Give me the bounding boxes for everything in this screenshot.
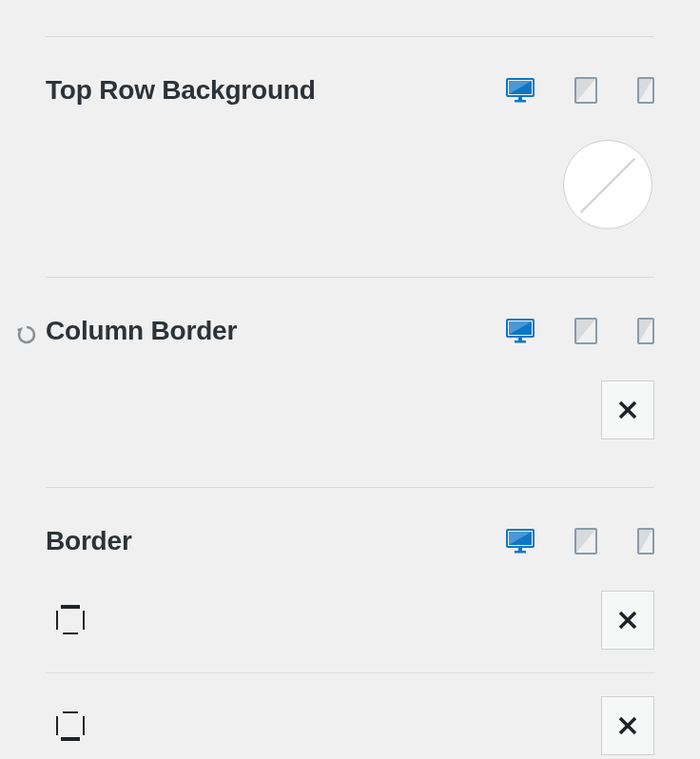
settings-panel: Top Row Background: [0, 36, 700, 759]
section-border: Border: [46, 487, 654, 759]
desktop-icon: [506, 78, 535, 103]
desktop-icon: [506, 319, 535, 343]
desktop-icon: [506, 529, 535, 554]
color-swatch-none[interactable]: [563, 140, 652, 229]
svg-marker-6: [576, 79, 595, 102]
tablet-icon: [574, 528, 597, 555]
tablet-icon: [574, 318, 597, 344]
reset-icon: [15, 323, 38, 346]
border-top-icon: [53, 603, 88, 637]
device-tab-mobile[interactable]: [637, 77, 654, 104]
mobile-icon: [637, 528, 654, 555]
device-tab-tablet[interactable]: [574, 528, 597, 555]
device-tab-tablet[interactable]: [574, 318, 597, 344]
device-tabs: [506, 528, 654, 555]
section-title: Border: [46, 526, 132, 556]
svg-marker-16: [576, 320, 595, 342]
section-title: Top Row Background: [46, 75, 316, 106]
device-tabs: [506, 318, 654, 344]
svg-rect-25: [518, 547, 522, 551]
svg-marker-27: [576, 530, 595, 553]
svg-rect-14: [518, 337, 522, 341]
remove-button[interactable]: [601, 696, 654, 755]
svg-rect-4: [518, 96, 522, 100]
svg-marker-29: [639, 530, 652, 553]
device-tab-mobile[interactable]: [637, 528, 654, 555]
tablet-icon: [574, 77, 597, 104]
device-tab-mobile[interactable]: [637, 318, 654, 344]
reset-button[interactable]: [15, 323, 38, 350]
border-row-bottom: [46, 672, 654, 759]
svg-marker-8: [639, 79, 652, 102]
border-side-selector[interactable]: [46, 603, 88, 637]
svg-rect-3: [515, 100, 526, 103]
remove-button[interactable]: [601, 380, 654, 439]
device-tab-desktop[interactable]: [506, 78, 535, 103]
close-icon: [616, 714, 639, 737]
device-tab-tablet[interactable]: [574, 77, 597, 104]
mobile-icon: [637, 318, 654, 344]
svg-marker-18: [639, 320, 652, 342]
mobile-icon: [637, 77, 654, 104]
close-icon: [616, 609, 639, 632]
remove-button[interactable]: [601, 591, 654, 650]
device-tab-desktop[interactable]: [506, 319, 535, 343]
section-body: [46, 140, 654, 229]
device-tabs: [506, 77, 654, 104]
section-top-row-background: Top Row Background: [46, 36, 654, 277]
device-tab-desktop[interactable]: [506, 529, 535, 554]
border-row-top: [46, 591, 654, 672]
border-rows: [46, 591, 654, 759]
section-title: Column Border: [46, 316, 237, 346]
close-icon: [616, 399, 639, 421]
section-header: Border: [46, 526, 654, 556]
section-header: Top Row Background: [46, 75, 654, 106]
border-bottom-icon: [53, 709, 88, 743]
section-body: [46, 380, 654, 439]
section-column-border: Column Border: [46, 277, 654, 487]
border-side-selector[interactable]: [46, 709, 88, 743]
svg-rect-24: [515, 551, 526, 554]
section-header: Column Border: [46, 316, 654, 346]
svg-rect-13: [515, 341, 526, 343]
